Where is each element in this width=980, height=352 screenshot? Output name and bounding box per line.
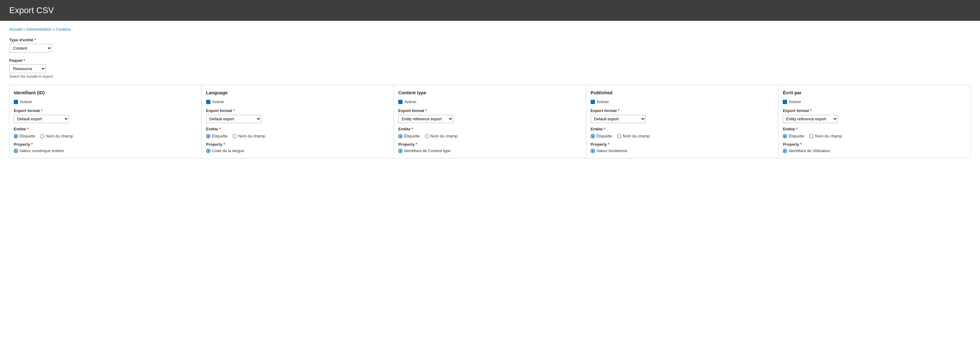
activer-checkbox-identifiant[interactable] xyxy=(14,100,18,104)
export-format-select-identifiant[interactable]: Default exportEntity reference export xyxy=(14,115,69,123)
breadcrumb: Accueil » Administration » Contenu xyxy=(9,27,971,32)
column-published: Published Activer Export format *Default… xyxy=(586,85,779,158)
column-title-language: Language xyxy=(206,90,390,95)
property-radio-published xyxy=(591,149,595,153)
entity-type-label: Type d'entité * xyxy=(9,38,971,42)
activer-label-language: Activer xyxy=(212,99,224,104)
entete-radio-group-ecrit-par: ÉtiquetteNom du champ xyxy=(783,134,966,139)
property-label-published: Property * xyxy=(591,142,774,147)
property-value-content-type: Identifiant de Content type xyxy=(398,148,582,153)
entete-radio-published-0[interactable]: Étiquette xyxy=(591,134,612,139)
export-format-select-language[interactable]: Default exportEntity reference export xyxy=(206,115,261,123)
activer-row-ecrit-par: Activer xyxy=(783,99,966,104)
property-radio-language xyxy=(206,149,210,153)
entete-radio-group-identifiant: ÉtiquetteNom du champ xyxy=(14,134,197,139)
entity-type-group: Type d'entité * Content xyxy=(9,38,971,53)
column-content-type: Content type Activer Export format *Defa… xyxy=(394,85,586,158)
entete-label-content-type: Entête * xyxy=(398,127,582,131)
activer-row-published: Activer xyxy=(591,99,774,104)
entete-radio-language-0[interactable]: Étiquette xyxy=(206,134,228,139)
property-value-identifiant: Valeur numérique entière xyxy=(14,148,197,153)
export-format-select-ecrit-par[interactable]: Default exportEntity reference export xyxy=(783,115,838,123)
column-title-content-type: Content type xyxy=(398,90,582,95)
property-value-published: Valeur booléenne xyxy=(591,148,774,153)
property-label-language: Property * xyxy=(206,142,390,147)
paquet-label: Paquet * xyxy=(9,58,971,63)
property-value-ecrit-par: Identifiant de Utilisateur xyxy=(783,148,966,153)
column-ecrit-par: Écrit par Activer Export format *Default… xyxy=(778,85,970,158)
page-title: Export CSV xyxy=(9,5,971,15)
entete-radio-content-type-0[interactable]: Étiquette xyxy=(398,134,420,139)
activer-row-identifiant: Activer xyxy=(14,99,197,104)
activer-checkbox-ecrit-par[interactable] xyxy=(783,100,787,104)
radio-circle-content-type-1 xyxy=(425,134,429,139)
entete-radio-language-1[interactable]: Nom du champ xyxy=(232,134,265,139)
property-radio-content-type xyxy=(398,149,402,153)
export-format-select-published[interactable]: Default exportEntity reference export xyxy=(591,115,646,123)
export-format-label-identifiant: Export format * xyxy=(14,108,197,113)
export-format-select-content-type[interactable]: Default exportEntity reference export xyxy=(398,115,453,123)
paquet-group: Paquet * Ressource Select the bundle to … xyxy=(9,58,971,79)
entete-label-published: Entête * xyxy=(591,127,774,131)
entete-label-identifiant: Entête * xyxy=(14,127,197,131)
breadcrumb-contenu[interactable]: Contenu xyxy=(56,27,71,32)
column-title-identifiant: Identifiant (ID) xyxy=(14,90,197,95)
radio-circle-ecrit-par-1 xyxy=(809,134,814,139)
radio-circle-identifiant-1 xyxy=(40,134,45,139)
radio-circle-identifiant-0 xyxy=(14,134,18,139)
activer-row-language: Activer xyxy=(206,99,390,104)
activer-checkbox-language[interactable] xyxy=(206,100,210,104)
activer-label-content-type: Activer xyxy=(404,99,417,104)
export-format-label-ecrit-par: Export format * xyxy=(783,108,966,113)
entete-radio-identifiant-1[interactable]: Nom du champ xyxy=(40,134,73,139)
columns-container: Identifiant (ID) Activer Export format *… xyxy=(9,85,971,158)
activer-checkbox-content-type[interactable] xyxy=(398,100,402,104)
property-label-identifiant: Property * xyxy=(14,142,197,147)
bundle-hint: Select the bundle to export. xyxy=(9,74,971,79)
radio-circle-published-1 xyxy=(617,134,621,139)
entete-radio-identifiant-0[interactable]: Étiquette xyxy=(14,134,35,139)
property-label-content-type: Property * xyxy=(398,142,582,147)
export-format-label-language: Export format * xyxy=(206,108,390,113)
activer-label-published: Activer xyxy=(597,99,609,104)
breadcrumb-administration[interactable]: Administration xyxy=(26,27,51,32)
column-language: Language Activer Export format *Default … xyxy=(202,85,394,158)
column-title-published: Published xyxy=(591,90,774,95)
property-value-language: Code de la langue xyxy=(206,148,390,153)
entete-radio-published-1[interactable]: Nom du champ xyxy=(617,134,650,139)
radio-circle-ecrit-par-0 xyxy=(783,134,787,139)
activer-label-ecrit-par: Activer xyxy=(789,99,801,104)
radio-circle-published-0 xyxy=(591,134,595,139)
entete-label-ecrit-par: Entête * xyxy=(783,127,966,131)
entete-radio-group-published: ÉtiquetteNom du champ xyxy=(591,134,774,139)
property-radio-ecrit-par xyxy=(783,149,787,153)
activer-checkbox-published[interactable] xyxy=(591,100,595,104)
paquet-select[interactable]: Ressource xyxy=(9,64,46,73)
export-format-label-content-type: Export format * xyxy=(398,108,582,113)
column-title-ecrit-par: Écrit par xyxy=(783,90,966,95)
radio-circle-language-1 xyxy=(232,134,237,139)
activer-row-content-type: Activer xyxy=(398,99,582,104)
entete-label-language: Entête * xyxy=(206,127,390,131)
entete-radio-ecrit-par-0[interactable]: Étiquette xyxy=(783,134,804,139)
header-bar: Export CSV xyxy=(0,0,980,21)
activer-label-identifiant: Activer xyxy=(20,99,32,104)
export-format-label-published: Export format * xyxy=(591,108,774,113)
entete-radio-group-language: ÉtiquetteNom du champ xyxy=(206,134,390,139)
entete-radio-content-type-1[interactable]: Nom du champ xyxy=(425,134,458,139)
column-identifiant: Identifiant (ID) Activer Export format *… xyxy=(10,85,202,158)
breadcrumb-accueil[interactable]: Accueil xyxy=(9,27,22,32)
radio-circle-content-type-0 xyxy=(398,134,402,139)
entete-radio-ecrit-par-1[interactable]: Nom du champ xyxy=(809,134,842,139)
radio-circle-language-0 xyxy=(206,134,210,139)
property-label-ecrit-par: Property * xyxy=(783,142,966,147)
entity-type-select[interactable]: Content xyxy=(9,44,52,53)
entete-radio-group-content-type: ÉtiquetteNom du champ xyxy=(398,134,582,139)
property-radio-identifiant xyxy=(14,149,18,153)
